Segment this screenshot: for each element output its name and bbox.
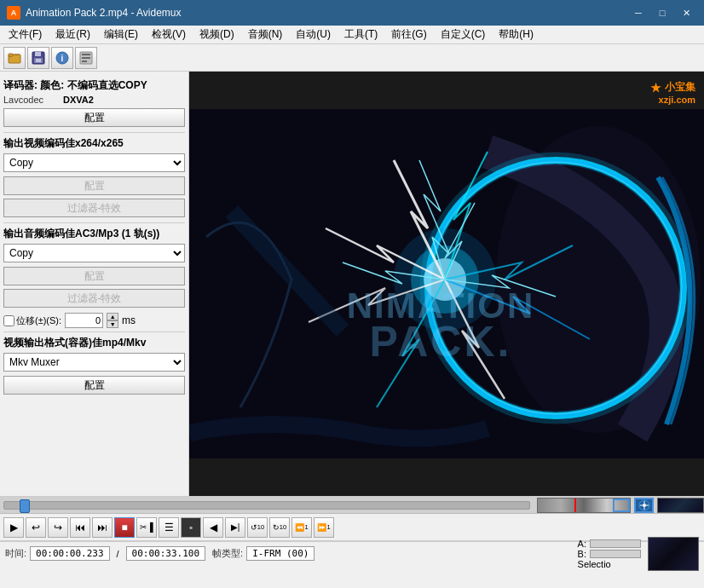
lavcodec-row: Lavcodec DXVA2	[3, 95, 185, 105]
frame-type-field: 帧类型: I-FRM (00)	[212, 546, 314, 561]
main-content: 译码器: 颜色: 不编码直选COPY Lavcodec DXVA2 配置 输出视…	[0, 72, 704, 496]
window-title: Animation Pack 2.mp4 - Avidemux	[26, 7, 182, 19]
mini-preview	[537, 498, 631, 513]
video-svg: NIMATION PACK.	[189, 72, 704, 496]
video-area: NIMATION PACK. ★ 小宝集 xzji.com	[189, 72, 704, 496]
timeline-right	[534, 498, 704, 513]
video-thumb	[648, 537, 699, 571]
offset-up-button[interactable]: ▲	[107, 313, 118, 320]
offset-spinner: ▲ ▼	[107, 313, 118, 328]
svg-rect-5	[36, 59, 41, 62]
timeline-track[interactable]	[3, 501, 530, 510]
svg-rect-3	[35, 52, 41, 56]
frame-type-value: I-FRM (00)	[246, 546, 314, 561]
next-keyframe-button[interactable]: ⏭	[92, 517, 113, 538]
mini-preview-marker	[574, 499, 576, 512]
menu-bar: 文件(F) 最近(R) 编辑(E) 检视(V) 视频(D) 音频(N) 自动(U…	[0, 26, 704, 44]
svg-rect-10	[82, 57, 90, 59]
decoder-config-button[interactable]: 配置	[3, 108, 185, 127]
offset-unit: ms	[122, 314, 136, 326]
b-value-bar	[590, 550, 641, 558]
audio-encode-title: 输出音频编码佳AC3/Mp3 (1 轨(s))	[3, 227, 185, 241]
video-preview: NIMATION PACK. ★ 小宝集 xzji.com	[189, 72, 704, 496]
menu-auto[interactable]: 自动(U)	[289, 26, 338, 43]
svg-rect-1	[9, 54, 13, 56]
menu-custom[interactable]: 自定义(C)	[434, 26, 493, 43]
next-frame-button[interactable]: ▶|	[225, 517, 245, 538]
play-button[interactable]: ▶	[3, 517, 24, 538]
fwd-1m-button[interactable]: ⏩1	[314, 517, 334, 538]
separator-2	[3, 222, 185, 223]
back-1m-button[interactable]: ⏪1	[291, 517, 312, 538]
properties-icon	[79, 51, 93, 65]
offset-down-button[interactable]: ▼	[107, 320, 118, 328]
mini-preview-box	[613, 499, 630, 512]
prev-frame-button[interactable]: ◀	[203, 517, 223, 538]
dark-button[interactable]: ▪	[181, 517, 201, 538]
a-label: A:	[578, 539, 586, 549]
audio-filter-button[interactable]: 过滤器-特效	[3, 289, 185, 308]
lavcodec-value: DXVA2	[63, 95, 94, 105]
back-10s-button[interactable]: ↺10	[247, 517, 268, 538]
b-label: B:	[578, 549, 586, 559]
mux-select[interactable]: Mkv Muxer MP4 Muxer AVI Muxer	[3, 353, 185, 372]
menu-tools[interactable]: 工具(T)	[338, 26, 384, 43]
open-button[interactable]	[3, 47, 26, 69]
bottom-area: ▶ ↩ ↪ ⏮ ⏭ ■ ✂▐ ☰ ▪ ◀ ▶| ↺10 ↻10 ⏪1 ⏩1 时间…	[0, 496, 704, 565]
rewind-button[interactable]: ↩	[26, 517, 46, 538]
navigation-icon[interactable]	[634, 498, 653, 513]
separator-3	[3, 331, 185, 332]
audio-config-button[interactable]: 配置	[3, 267, 185, 285]
settings-button[interactable]: ☰	[159, 517, 179, 538]
mark-a-button[interactable]: ■	[114, 517, 135, 538]
minimize-button[interactable]: ─	[627, 4, 649, 21]
menu-inspect[interactable]: 检视(V)	[145, 26, 193, 43]
menu-help[interactable]: 帮助(H)	[492, 26, 540, 43]
save-button[interactable]	[27, 47, 49, 69]
title-bar: A Animation Pack 2.mp4 - Avidemux ─ □ ✕	[0, 0, 704, 26]
menu-recent[interactable]: 最近(R)	[49, 26, 97, 43]
watermark-line1: ★ 小宝集	[650, 80, 695, 95]
timeline-thumb[interactable]	[20, 499, 30, 513]
video-config-button[interactable]: 配置	[3, 176, 185, 195]
mux-row: Mkv Muxer MP4 Muxer AVI Muxer	[3, 353, 185, 372]
forward-button[interactable]: ↪	[48, 517, 68, 538]
frame-type-label: 帧类型:	[212, 547, 243, 560]
separator-1	[3, 132, 185, 133]
maximize-button[interactable]: □	[651, 4, 673, 21]
a-row: A:	[578, 539, 641, 549]
decoder-title: 译码器: 颜色: 不编码直选COPY	[3, 78, 185, 93]
info-button[interactable]: i	[51, 47, 73, 69]
video-codec-select[interactable]: Copy x264 x265	[3, 153, 185, 172]
offset-checkbox[interactable]	[3, 315, 14, 326]
offset-row: 位移(±)(S): ▲ ▼ ms	[3, 313, 185, 328]
title-bar-controls: ─ □ ✕	[627, 4, 697, 21]
svg-point-24	[643, 504, 646, 507]
close-button[interactable]: ✕	[675, 4, 697, 21]
left-panel: 译码器: 颜色: 不编码直选COPY Lavcodec DXVA2 配置 输出视…	[0, 72, 189, 496]
app-icon: A	[7, 6, 20, 20]
video-filter-button[interactable]: 过滤器-特效	[3, 199, 185, 217]
svg-rect-9	[82, 54, 90, 55]
total-time-value: 00:00:33.100	[126, 546, 205, 561]
offset-input[interactable]	[65, 313, 103, 328]
right-info: A: B: Selectio	[578, 537, 699, 571]
menu-forward[interactable]: 前往(G)	[384, 26, 433, 43]
fwd-10s-button[interactable]: ↻10	[269, 517, 290, 538]
menu-edit[interactable]: 编辑(E)	[97, 26, 145, 43]
watermark: ★ 小宝集 xzji.com	[650, 80, 695, 105]
video-encode-title: 输出视频编码佳x264/x265	[3, 136, 185, 151]
cut-button[interactable]: ✂▐	[136, 517, 157, 538]
audio-codec-select[interactable]: Copy AC3 MP3	[3, 244, 185, 262]
properties-button[interactable]	[75, 47, 97, 69]
mux-config-button[interactable]: 配置	[3, 376, 185, 395]
title-bar-left: A Animation Pack 2.mp4 - Avidemux	[7, 6, 182, 20]
menu-file[interactable]: 文件(F)	[2, 26, 49, 43]
menu-video[interactable]: 视频(D)	[193, 26, 241, 43]
prev-keyframe-button[interactable]: ⏮	[70, 517, 90, 538]
status-bar: 时间: 00:00:00.233 / 00:00:33.100 帧类型: I-F…	[0, 541, 704, 565]
audio-codec-row: Copy AC3 MP3	[3, 244, 185, 262]
compass-icon	[638, 499, 650, 511]
menu-audio[interactable]: 音频(N)	[241, 26, 290, 43]
watermark-line2: xzji.com	[650, 95, 695, 105]
